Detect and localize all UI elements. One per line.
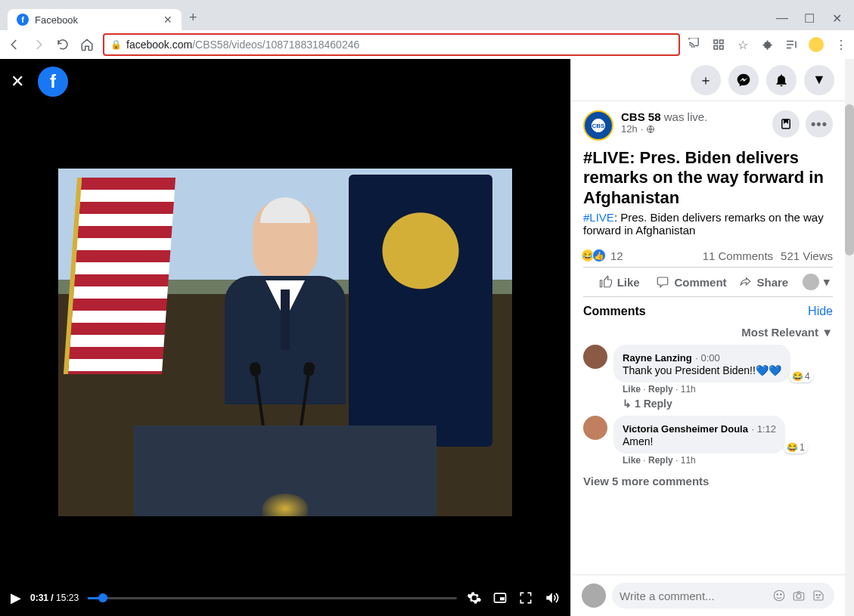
browser-tab[interactable]: f Facebook ✕ [8, 9, 182, 30]
volume-icon[interactable] [543, 590, 560, 606]
camera-icon[interactable] [790, 587, 807, 604]
commenter-name[interactable]: Victoria Gensheimer Doula [623, 423, 748, 435]
speaker-figure [225, 199, 346, 410]
tab-close-icon[interactable]: ✕ [163, 14, 172, 26]
hide-comments-link[interactable]: Hide [808, 305, 833, 318]
comment-reaction-badge[interactable]: 😂1 [784, 441, 808, 453]
address-bar-row: 🔒 facebook.com/CBS58/videos/108718831846… [0, 30, 854, 59]
comment-like-link[interactable]: Like [623, 384, 641, 395]
extensions-icon[interactable] [760, 38, 774, 51]
commenter-avatar[interactable] [583, 345, 607, 369]
comment-text: Amen! [623, 435, 776, 447]
svg-rect-3 [720, 46, 724, 50]
svg-point-9 [777, 594, 778, 596]
post-body: #LIVE: Pres. Biden delivers remarks on t… [583, 211, 833, 237]
account-menu-icon[interactable]: ▼ [804, 65, 834, 95]
svg-rect-2 [714, 46, 718, 50]
content-split: ✕ f ▶ 0:31 / 15:23 [0, 59, 854, 616]
comment-bubble: Rayne Lanzing · 0:00 Thank you President… [613, 345, 790, 382]
svg-point-8 [774, 590, 784, 601]
cast-icon[interactable] [688, 38, 701, 51]
minimize-icon[interactable]: — [775, 11, 789, 26]
create-button[interactable]: ＋ [691, 65, 721, 95]
notifications-bell-icon[interactable] [766, 65, 797, 95]
progress-knob[interactable] [98, 593, 107, 602]
fb-header: ＋ ▼ [571, 59, 845, 101]
comment-reply-link[interactable]: Reply [648, 384, 673, 395]
close-window-icon[interactable]: ✕ [830, 11, 843, 26]
forward-icon[interactable] [30, 36, 47, 53]
settings-gear-icon[interactable] [466, 590, 483, 606]
maximize-icon[interactable]: ☐ [803, 11, 816, 26]
reaction-count[interactable]: 12 [610, 249, 703, 262]
facebook-logo-icon[interactable]: f [38, 67, 68, 97]
save-video-icon[interactable] [772, 110, 800, 138]
share-button[interactable]: Share [728, 268, 800, 296]
video-pane: ✕ f ▶ 0:31 / 15:23 [0, 59, 570, 616]
comment-reply-link[interactable]: Reply [648, 455, 673, 466]
extension-grid-icon[interactable] [712, 38, 725, 51]
emoji-icon[interactable] [771, 587, 787, 604]
action-bar: Like Comment Share ▾ [583, 268, 833, 297]
video-still-image [58, 169, 512, 516]
poster-name[interactable]: CBS 58 [621, 110, 661, 123]
video-controls: ▶ 0:31 / 15:23 [0, 580, 570, 616]
comment-timestamp[interactable]: 0:00 [700, 352, 719, 364]
share-target-avatar[interactable]: ▾ [800, 268, 833, 296]
progress-bar[interactable] [88, 597, 457, 599]
fullscreen-icon[interactable] [517, 590, 534, 606]
like-button[interactable]: Like [583, 268, 655, 296]
svg-point-14 [819, 595, 821, 596]
my-avatar[interactable] [582, 583, 606, 608]
comment-age: 11h [681, 384, 696, 395]
post-title: #LIVE: Pres. Biden delivers remarks on t… [583, 148, 833, 208]
post-age[interactable]: 12h [621, 123, 638, 135]
video-overlay-top: ✕ f [11, 67, 68, 97]
reaction-row: 😂 👍 12 11 Comments 521 Views [583, 244, 833, 268]
svg-rect-0 [714, 40, 718, 44]
reaction-icons[interactable]: 😂 👍 [583, 249, 606, 262]
browser-chrome: f Facebook ✕ + — ☐ ✕ 🔒 facebook.com/CBS5… [0, 0, 854, 59]
svg-point-12 [797, 594, 801, 599]
new-tab-button[interactable]: + [182, 5, 205, 30]
comment-button[interactable]: Comment [655, 268, 727, 296]
comment-like-link[interactable]: Like [623, 455, 641, 466]
comment-replies-toggle[interactable]: ↳ 1 Reply [613, 396, 833, 411]
star-icon[interactable]: ☆ [736, 38, 750, 51]
toolbar-icons: ☆ ⋮ [688, 37, 848, 52]
reload-icon[interactable] [54, 36, 71, 53]
comments-count[interactable]: 11 Comments [703, 249, 773, 262]
commenter-name[interactable]: Rayne Lanzing [623, 352, 692, 364]
close-video-icon[interactable]: ✕ [11, 72, 24, 91]
sort-dropdown[interactable]: Most Relevant ▼ [583, 326, 833, 345]
globe-icon [646, 125, 655, 134]
scrollbar-thumb[interactable] [845, 104, 854, 255]
view-more-comments[interactable]: View 5 more comments [583, 472, 833, 491]
comment-input[interactable] [620, 590, 768, 602]
pip-icon[interactable] [492, 590, 508, 606]
comment-reaction-badge[interactable]: 😂4 [789, 370, 813, 382]
svg-point-13 [816, 595, 818, 596]
reading-list-icon[interactable] [784, 38, 798, 51]
video-area[interactable] [0, 59, 570, 580]
menu-dots-icon[interactable]: ⋮ [834, 38, 848, 51]
sticker-icon[interactable] [810, 587, 827, 604]
commenter-avatar[interactable] [583, 416, 607, 440]
us-flag-graphic [64, 178, 175, 374]
comment-input-box[interactable] [612, 583, 834, 608]
hashtag-link[interactable]: #LIVE [583, 211, 614, 224]
address-bar[interactable]: 🔒 facebook.com/CBS58/videos/108718831846… [103, 33, 680, 56]
post-scroll[interactable]: CBS CBS 58 was live. 12h · ••• #LIVE: Pr… [571, 101, 845, 574]
scrollbar[interactable] [845, 59, 854, 616]
back-icon[interactable] [6, 36, 23, 53]
poster-avatar[interactable]: CBS [583, 110, 613, 141]
messenger-icon[interactable] [728, 65, 759, 95]
play-icon[interactable]: ▶ [11, 590, 21, 606]
comment-actions: Like · Reply · 11h [613, 453, 833, 467]
like-reaction-icon: 👍 [592, 249, 606, 262]
svg-rect-1 [720, 40, 724, 44]
home-icon[interactable] [79, 36, 95, 53]
extension-yellow-icon[interactable] [809, 37, 824, 52]
post-menu-icon[interactable]: ••• [806, 110, 833, 138]
comment-timestamp[interactable]: 1:12 [757, 423, 776, 435]
